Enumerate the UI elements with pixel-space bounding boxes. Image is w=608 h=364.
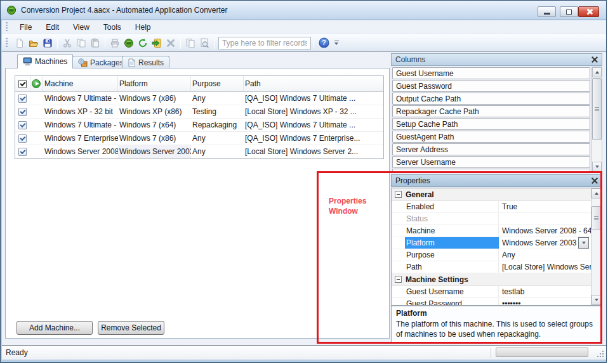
property-value[interactable]: Windows Server 2003 R xyxy=(499,237,591,249)
scrollbar-thumb[interactable] xyxy=(591,206,601,230)
column-header-purpose[interactable]: Purpose xyxy=(191,76,244,91)
cut-icon[interactable] xyxy=(60,36,74,50)
machines-table-header[interactable]: Machine Platform Purpose Path xyxy=(15,76,383,92)
property-row-guest-password[interactable]: Guest Password ••••••• xyxy=(392,298,591,306)
menu-edit[interactable]: Edit xyxy=(39,20,66,34)
column-item[interactable]: Server Username xyxy=(392,156,590,168)
row-checkbox[interactable] xyxy=(18,148,27,156)
column-item[interactable]: Guest Password xyxy=(392,80,590,92)
column-header-platform[interactable]: Platform xyxy=(118,76,191,91)
close-icon[interactable] xyxy=(591,178,598,184)
toolbar-separator xyxy=(57,37,58,49)
refresh-icon[interactable] xyxy=(136,36,150,50)
duplicate-icon[interactable] xyxy=(183,36,197,50)
columns-scrollbar[interactable] xyxy=(591,67,602,172)
column-item[interactable]: GuestAgent Path xyxy=(392,131,590,143)
menu-tools[interactable]: Tools xyxy=(96,20,128,34)
close-button[interactable] xyxy=(578,6,599,17)
property-value[interactable]: ••••••• xyxy=(499,298,591,306)
column-item[interactable]: Guest Username xyxy=(392,67,590,79)
scroll-up-icon[interactable] xyxy=(591,188,601,198)
column-item[interactable]: Setup Cache Path xyxy=(392,118,590,130)
select-all-checkbox[interactable] xyxy=(18,80,27,88)
resize-grip-icon[interactable] xyxy=(596,349,604,357)
table-row[interactable]: Windows 7 Enterprise - 3... Windows 7 (x… xyxy=(15,132,383,145)
property-row-guest-username[interactable]: Guest Username testlab xyxy=(392,286,591,298)
row-checkbox[interactable] xyxy=(18,121,27,129)
cell-machine: Windows 7 Enterprise - 3... xyxy=(43,132,118,145)
add-machine-button[interactable]: Add Machine... xyxy=(17,321,93,335)
new-document-icon[interactable] xyxy=(13,36,27,50)
category-row-machine-settings[interactable]: Machine Settings xyxy=(392,273,591,286)
open-project-icon[interactable] xyxy=(27,36,41,50)
row-checkbox[interactable] xyxy=(18,108,27,116)
column-header-path[interactable]: Path xyxy=(244,76,383,91)
row-checkbox[interactable] xyxy=(18,134,27,143)
column-item[interactable]: Server Password xyxy=(392,169,590,172)
tab-machines[interactable]: Machines xyxy=(17,54,73,68)
table-row-selected[interactable]: Windows Server 2008 - 6... Windows Serve… xyxy=(15,145,383,159)
column-item[interactable]: Output Cache Path xyxy=(392,93,590,105)
tab-packages-label: Packages xyxy=(90,58,124,67)
filter-records-input[interactable] xyxy=(218,37,311,49)
toolbar-overflow-icon[interactable] xyxy=(332,37,341,49)
table-row[interactable]: Windows 7 Ultimate - 64... Windows 7 (x6… xyxy=(15,119,383,132)
cell-path: [Local Store] Windows XP - 32 ... xyxy=(244,105,383,118)
tab-packages[interactable]: Packages xyxy=(72,56,129,68)
properties-panel-titlebar[interactable]: Properties xyxy=(391,174,602,187)
properties-panel-title: Properties xyxy=(395,176,430,185)
menu-file[interactable]: File xyxy=(13,20,39,34)
table-row[interactable]: Windows 7 Ultimate - 32... Windows 7 (x8… xyxy=(15,92,383,105)
property-row-path[interactable]: Path [Local Store] Windows Ser xyxy=(392,261,591,273)
tab-results[interactable]: Results xyxy=(122,56,169,68)
build-package-icon[interactable] xyxy=(122,36,136,50)
table-row[interactable]: Windows XP - 32 bit Windows XP (x86) Tes… xyxy=(15,105,383,119)
menubar-grip[interactable] xyxy=(6,22,8,32)
menu-view[interactable]: View xyxy=(66,20,96,34)
titlebar[interactable]: Conversion Project 4.aacx - Automated Ap… xyxy=(1,1,607,20)
column-item[interactable]: Repackager Cache Path xyxy=(392,105,590,117)
chevron-down-icon xyxy=(334,42,338,45)
property-row-platform-selected[interactable]: Platform Windows Server 2003 R xyxy=(392,237,591,249)
columns-panel-titlebar[interactable]: Columns xyxy=(391,53,602,66)
property-row-status[interactable]: Status xyxy=(392,213,591,225)
collapse-icon[interactable] xyxy=(395,191,402,198)
export-icon[interactable] xyxy=(150,36,164,50)
save-project-icon[interactable] xyxy=(41,36,55,50)
menu-help[interactable]: Help xyxy=(128,20,158,34)
scroll-down-icon[interactable] xyxy=(592,162,602,172)
scroll-up-icon[interactable] xyxy=(592,67,602,77)
cell-purpose: Any xyxy=(191,92,244,105)
collapse-icon[interactable] xyxy=(395,276,402,283)
property-row-enabled[interactable]: Enabled True xyxy=(392,201,591,213)
row-checkbox[interactable] xyxy=(18,94,27,103)
column-header-machine[interactable]: Machine xyxy=(43,76,118,91)
property-row-purpose[interactable]: Purpose Any xyxy=(392,249,591,261)
remove-selected-button[interactable]: Remove Selected xyxy=(98,321,164,335)
column-item[interactable]: Server Address xyxy=(392,143,590,155)
paste-icon[interactable] xyxy=(88,36,102,50)
minimize-button[interactable] xyxy=(538,6,556,17)
scrollbar-thumb[interactable] xyxy=(592,78,602,140)
print-icon[interactable] xyxy=(108,36,122,50)
toolbar-grip[interactable] xyxy=(6,38,8,48)
scroll-down-icon[interactable] xyxy=(591,295,601,305)
property-value[interactable]: Any xyxy=(499,249,591,261)
help-icon[interactable]: ? xyxy=(317,36,331,50)
properties-scrollbar[interactable] xyxy=(591,188,602,305)
delete-icon[interactable] xyxy=(164,36,178,50)
overflow-bar xyxy=(334,41,339,42)
close-icon[interactable] xyxy=(591,56,598,63)
property-value[interactable]: Windows Server 2008 - 64 xyxy=(499,225,591,237)
preview-icon[interactable] xyxy=(197,36,211,50)
property-row-machine[interactable]: Machine Windows Server 2008 - 64 xyxy=(392,225,591,237)
property-value[interactable]: True xyxy=(499,201,591,212)
restore-button[interactable] xyxy=(560,6,578,17)
property-value[interactable]: [Local Store] Windows Ser xyxy=(499,261,591,273)
property-value[interactable]: testlab xyxy=(499,286,591,297)
property-description: Platform The platform of this machine. T… xyxy=(391,306,602,343)
category-row-general[interactable]: General xyxy=(392,188,591,201)
copy-icon[interactable] xyxy=(74,36,88,50)
dropdown-button[interactable] xyxy=(578,237,589,249)
cell-path: [QA_ISO] Windows 7 Ultimate ... xyxy=(244,119,383,131)
